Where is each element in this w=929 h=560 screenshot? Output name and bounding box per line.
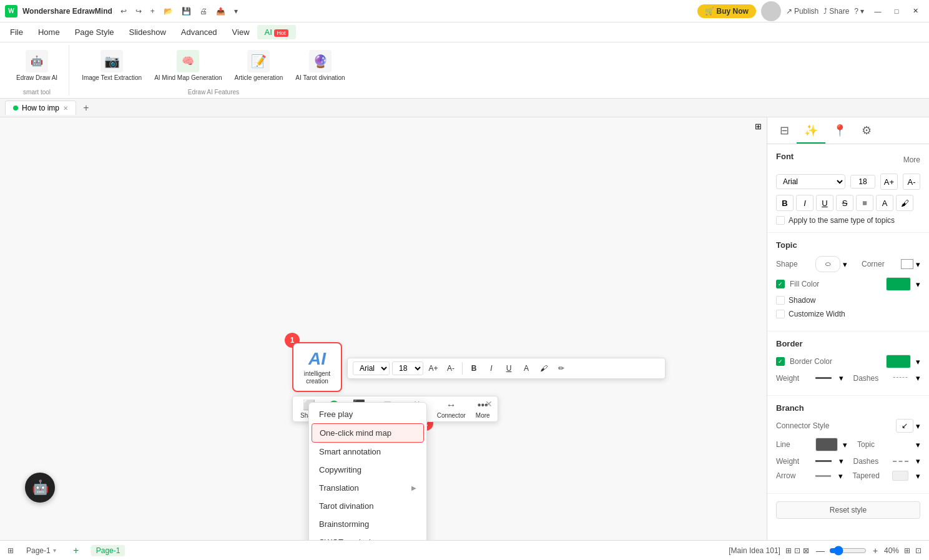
menu-advanced[interactable]: Advanced [174,25,225,39]
ctx-one-click-mindmap[interactable]: One-click mind map [312,423,424,443]
ctx-translation[interactable]: Translation ▶ [309,479,426,497]
paint-button[interactable]: 🖌 [536,361,551,376]
zoom-fit-button[interactable]: ⊠ [803,546,809,555]
corner-preview[interactable] [901,259,913,269]
border-checkbox-box[interactable]: ✓ [776,357,785,366]
zoom-out-button[interactable]: — [814,544,827,557]
font-smaller-button[interactable]: A- [443,361,458,376]
buy-now-button[interactable]: 🛒 Buy Now [697,4,756,18]
border-color-swatch[interactable] [886,355,911,368]
underline-panel-button[interactable]: U [816,195,833,211]
menu-home[interactable]: Home [31,25,67,39]
tab-how-to-imp[interactable]: How to imp ✕ [5,101,76,115]
connector-style-dropdown[interactable]: ▾ [916,421,920,431]
canvas-area[interactable]: 1 AI intelligentcreation Arial 18 A+ A- … [0,117,767,540]
branch-weight-dropdown[interactable]: ▾ [839,456,843,466]
branch-dashes-dropdown[interactable]: ▾ [916,456,920,466]
border-checkbox[interactable]: ✓ [776,357,785,366]
shape-dropdown-arrow[interactable]: ▾ [843,260,847,269]
bold-panel-button[interactable]: B [776,195,794,211]
apply-checkbox-row[interactable]: Apply to the same type of topics [776,216,920,225]
fit-all-button[interactable]: ⊡ [915,546,922,555]
font-color-panel-button[interactable]: A [876,195,893,211]
branch-arrow-dropdown[interactable]: ▾ [838,471,843,481]
eraser-button[interactable]: ✏ [554,361,569,376]
branch-line-dropdown[interactable]: ▾ [843,440,847,449]
tab-add-button[interactable]: + [79,101,94,115]
custom-width-checkbox-box[interactable] [776,310,785,318]
font-family-panel-select[interactable]: Arial [776,174,845,189]
ctx-swot-analysis[interactable]: SWOT analysis [309,533,426,540]
bold-button[interactable]: B [466,361,481,376]
zoom-slider[interactable] [829,546,867,556]
font-bigger-button[interactable]: A+ [426,361,441,376]
menu-file[interactable]: File [2,25,31,39]
branch-tapered-dropdown[interactable]: ▾ [916,471,920,481]
font-family-select[interactable]: Arial [353,361,390,375]
fullscreen-toggle-button[interactable]: ⊞ [904,546,910,555]
close-button[interactable]: ✕ [907,5,924,17]
ribbon-ai-tarot-button[interactable]: 🔮 AI Tarot divination [292,47,348,84]
panel-tab-location[interactable]: 📍 [825,117,854,144]
maximize-button[interactable]: □ [888,5,905,17]
strikethrough-panel-button[interactable]: S [836,195,853,211]
font-more-link[interactable]: More [903,155,920,164]
ai-intelligent-creation-node[interactable]: AI intelligentcreation [292,342,342,392]
zoom-in-button[interactable]: + [869,544,882,557]
connector-style-preview[interactable]: ↙ [896,419,913,433]
font-increase-button[interactable]: A+ [880,174,898,190]
ribbon-ai-mindmap-button[interactable]: 🧠 AI Mind Map Generation [150,47,225,84]
fit-view-button[interactable]: ⊡ [794,546,800,555]
ribbon-edraw-ai-button[interactable]: 🤖 Edraw Draw AI [12,47,61,84]
font-size-select[interactable]: 18 [392,361,423,375]
branch-topic-dropdown[interactable]: ▾ [916,440,920,449]
panel-tab-topic[interactable]: ⊟ [772,117,797,144]
ctx-copywriting[interactable]: Copywriting [309,461,426,479]
tab-close-button[interactable]: ✕ [63,105,68,112]
ribbon-article-gen-button[interactable]: 📝 Article generation [231,47,287,84]
page-tab-page1[interactable]: Page-1 [91,545,125,556]
more-button[interactable]: ▾ [231,6,241,17]
close-node-toolbar[interactable]: ✕ [485,399,493,409]
panel-tab-settings[interactable]: ⚙ [854,117,879,144]
menu-page-style[interactable]: Page Style [67,25,122,39]
undo-button[interactable]: ↩ [117,6,130,17]
font-color-button[interactable]: A [519,361,534,376]
menu-slideshow[interactable]: Slideshow [122,25,174,39]
new-button[interactable]: + [147,6,158,17]
paint-panel-button[interactable]: 🖌 [896,195,913,211]
custom-width-checkbox[interactable]: Customize Width [776,310,845,318]
fill-color-swatch[interactable] [886,277,911,291]
font-decrease-button[interactable]: A- [903,174,920,190]
ctx-smart-annotation[interactable]: Smart annotation [309,443,426,461]
panel-toggle[interactable]: ⊞ [7,546,14,555]
page-tab-pages[interactable]: Page-1 ▾ [21,545,61,556]
share-button[interactable]: ⤴ Share [823,7,849,16]
print-button[interactable]: 🖨 [197,6,210,17]
ctx-brainstorming[interactable]: Brainstorming [309,515,426,533]
underline-button[interactable]: U [501,361,516,376]
open-button[interactable]: 📂 [160,6,176,17]
weight-dropdown[interactable]: ▾ [839,373,843,383]
border-color-dropdown[interactable]: ▾ [916,357,920,366]
fullscreen-button[interactable]: ⊞ [752,120,764,132]
shadow-checkbox[interactable]: Shadow [776,296,815,305]
publish-button[interactable]: ↗ Publish [786,7,818,16]
export-button[interactable]: 📤 [213,6,229,17]
branch-line-color[interactable] [815,438,838,451]
ctx-free-play[interactable]: Free play [309,405,426,423]
apply-checkbox[interactable] [776,216,785,225]
shape-preview[interactable]: ⬭ [815,256,840,272]
align-panel-button[interactable]: ≡ [856,195,873,211]
fill-color-dropdown[interactable]: ▾ [916,280,920,289]
menu-view[interactable]: View [225,25,257,39]
ctx-tarot-divination[interactable]: Tarot divination [309,497,426,515]
fill-checkbox[interactable]: ✓ [776,280,785,288]
fill-checkbox-box[interactable]: ✓ [776,280,785,288]
help-button[interactable]: ?▾ [854,7,864,16]
add-page-button[interactable]: + [69,543,84,558]
font-size-panel-input[interactable] [850,175,875,189]
grid-view-button[interactable]: ⊞ [785,546,792,555]
shadow-checkbox-box[interactable] [776,296,785,305]
connector-tool[interactable]: ↔ Connector [437,400,466,419]
